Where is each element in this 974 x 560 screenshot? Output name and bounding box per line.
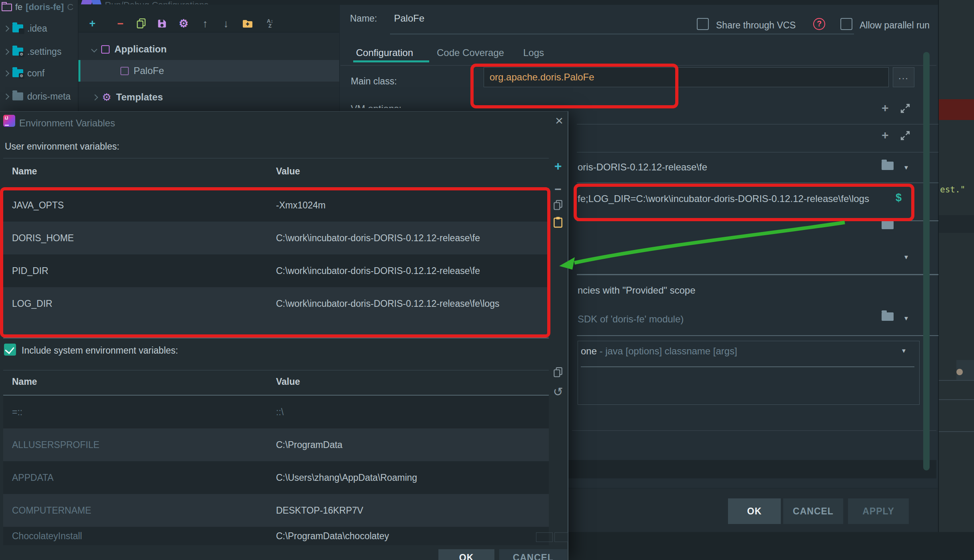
- column-header-value[interactable]: Value: [276, 376, 300, 387]
- editor-line: [939, 399, 974, 400]
- expand-field-icon[interactable]: [900, 103, 910, 115]
- allow-parallel-checkbox[interactable]: [840, 18, 852, 30]
- close-icon[interactable]: ×: [551, 112, 567, 128]
- browse-folder-icon[interactable]: [882, 221, 894, 231]
- insert-macro-icon[interactable]: $: [896, 192, 902, 204]
- project-tree-item-idea[interactable]: .idea: [0, 20, 78, 37]
- settings-icon[interactable]: ⚙: [177, 17, 190, 30]
- refresh-history-icon[interactable]: ↺: [551, 384, 565, 399]
- share-vcs-checkbox[interactable]: [697, 18, 709, 30]
- env-var-name: ChocolateyInstall: [12, 531, 82, 542]
- dialog-title: Environment Variables: [19, 118, 115, 129]
- tree-item-label: PaloFe: [134, 65, 164, 76]
- configurations-toolbar: +−⚙↑↓A↕Z: [78, 5, 339, 32]
- cancel-button[interactable]: CANCEL: [783, 498, 843, 524]
- env-var-row[interactable]: =::::\: [3, 396, 549, 428]
- chevron-right-icon[interactable]: [3, 48, 10, 55]
- active-tab-underline: [353, 60, 429, 62]
- window-icon-2: [91, 0, 101, 4]
- project-tree-item-conf[interactable]: ⚙conf: [0, 64, 78, 82]
- field-underline: [581, 366, 914, 367]
- new-folder-icon[interactable]: [241, 17, 254, 30]
- tab-code-coverage[interactable]: Code Coverage: [437, 47, 504, 58]
- sort-alphabetically-icon[interactable]: A↕Z: [263, 17, 277, 30]
- env-var-row[interactable]: DORIS_HOMEC:\work\incubator-doris-DORIS-…: [3, 222, 549, 254]
- provided-scope-label-clipped[interactable]: ncies with "Provided" scope: [578, 285, 696, 296]
- column-header-name[interactable]: Name: [12, 376, 37, 387]
- env-var-row[interactable]: APPDATAC:\Users\zhang\AppData\Roaming: [3, 461, 549, 494]
- working-directory-input-clipped[interactable]: oris-DORIS-0.12.12-release\fe: [578, 162, 707, 173]
- env-var-row[interactable]: ChocolateyInstallC:\ProgramData\chocolat…: [3, 527, 549, 545]
- column-header-name[interactable]: Name: [12, 166, 37, 177]
- remove-icon[interactable]: −: [114, 17, 127, 30]
- add-icon[interactable]: +: [882, 101, 889, 115]
- include-system-checkbox-checked[interactable]: [4, 344, 16, 356]
- browse-folder-icon[interactable]: [882, 312, 894, 322]
- dialog-ok-button[interactable]: OK: [438, 549, 494, 560]
- dropdown-arrow-icon[interactable]: ▼: [903, 315, 909, 322]
- name-input[interactable]: PaloFe: [394, 13, 424, 24]
- dropdown-arrow-icon[interactable]: ▼: [903, 164, 909, 171]
- include-system-label[interactable]: Include system environment variables:: [22, 345, 178, 356]
- tree-group-templates[interactable]: ⚙ Templates: [78, 86, 339, 108]
- paste-icon[interactable]: [551, 215, 565, 229]
- templates-gear-icon: ⚙: [102, 93, 111, 102]
- env-var-value: C:\work\incubator-doris-DORIS-0.12.12-re…: [276, 266, 480, 276]
- field-underline: [577, 335, 974, 336]
- env-var-name: COMPUTERNAME: [12, 505, 91, 516]
- move-up-icon[interactable]: ↑: [198, 17, 212, 30]
- dropdown-arrow-icon[interactable]: ▼: [903, 254, 909, 260]
- field-row-dark: [568, 460, 936, 478]
- main-class-browse-button[interactable]: ...: [893, 67, 914, 87]
- project-tree-item-settings[interactable]: ⚙.settings: [0, 43, 78, 60]
- env-var-value: C:\Users\zhang\AppData\Roaming: [276, 472, 417, 483]
- application-type-icon: [120, 67, 129, 75]
- chevron-down-icon[interactable]: [91, 46, 98, 52]
- allow-parallel-label[interactable]: Allow parallel run: [860, 20, 930, 31]
- column-header-value[interactable]: Value: [276, 166, 300, 177]
- field-underline: [577, 220, 974, 221]
- copy-icon[interactable]: [551, 365, 565, 380]
- add-variable-icon[interactable]: +: [551, 159, 565, 173]
- screenshot-root: fe [doris-fe] C .idea⚙.settings⚙confdori…: [0, 0, 974, 560]
- help-icon[interactable]: ?: [813, 18, 825, 30]
- ok-button[interactable]: OK: [728, 498, 781, 524]
- tree-group-application[interactable]: Application: [78, 38, 339, 60]
- user-env-vars-label: User environment variables:: [5, 141, 119, 152]
- env-var-name: DORIS_HOME: [12, 233, 74, 244]
- browse-folder-icon[interactable]: [882, 162, 894, 172]
- jre-input-clipped[interactable]: SDK of 'doris-fe' module): [578, 314, 684, 325]
- tree-item-palofe-selected[interactable]: PaloFe: [78, 60, 339, 82]
- dialog-cancel-button[interactable]: CANCEL: [499, 549, 567, 560]
- tab-configuration[interactable]: Configuration: [356, 47, 413, 58]
- expand-field-icon[interactable]: [900, 130, 910, 142]
- env-var-row[interactable]: LOG_DIRC:\work\incubator-doris-DORIS-0.1…: [3, 287, 549, 320]
- remove-variable-icon[interactable]: −: [551, 182, 565, 196]
- copy-icon[interactable]: [134, 17, 148, 30]
- chevron-right-icon[interactable]: [92, 94, 98, 100]
- chevron-right-icon[interactable]: [3, 70, 10, 76]
- add-icon[interactable]: +: [86, 17, 99, 30]
- move-down-icon[interactable]: ↓: [219, 17, 233, 30]
- main-class-input[interactable]: org.apache.doris.PaloFe: [484, 67, 889, 87]
- env-var-row[interactable]: ALLUSERSPROFILEC:\ProgramData: [3, 428, 549, 461]
- save-icon[interactable]: [155, 17, 169, 30]
- shorten-command-line-value-clipped[interactable]: one - java [options] classname [args]: [581, 346, 737, 357]
- env-var-row[interactable]: JAVA_OPTS-Xmx1024m: [3, 189, 549, 222]
- env-var-row[interactable]: COMPUTERNAMEDESKTOP-16KRP7V: [3, 494, 549, 527]
- editor-block: [939, 215, 974, 233]
- add-icon[interactable]: +: [882, 128, 889, 142]
- chevron-right-icon[interactable]: [3, 93, 10, 100]
- apply-button-disabled[interactable]: APPLY: [848, 498, 909, 524]
- dropdown-arrow-icon[interactable]: ▼: [901, 347, 907, 354]
- environment-variables-dialog: IJ Environment Variables × User environm…: [0, 111, 568, 560]
- copy-icon[interactable]: [551, 198, 565, 212]
- project-tree-item-doris-meta[interactable]: doris-meta: [0, 88, 78, 105]
- tab-logs[interactable]: Logs: [523, 47, 544, 58]
- environment-variables-input-clipped[interactable]: fe;LOG_DIR=C:\work\incubator-doris-DORIS…: [578, 193, 869, 204]
- share-vcs-label[interactable]: Share through VCS: [716, 20, 796, 31]
- chevron-right-icon[interactable]: [3, 25, 10, 32]
- env-var-row[interactable]: PID_DIRC:\work\incubator-doris-DORIS-0.1…: [3, 254, 549, 287]
- resize-corner: [536, 532, 553, 542]
- window-scrollbar-thumb[interactable]: [923, 52, 930, 470]
